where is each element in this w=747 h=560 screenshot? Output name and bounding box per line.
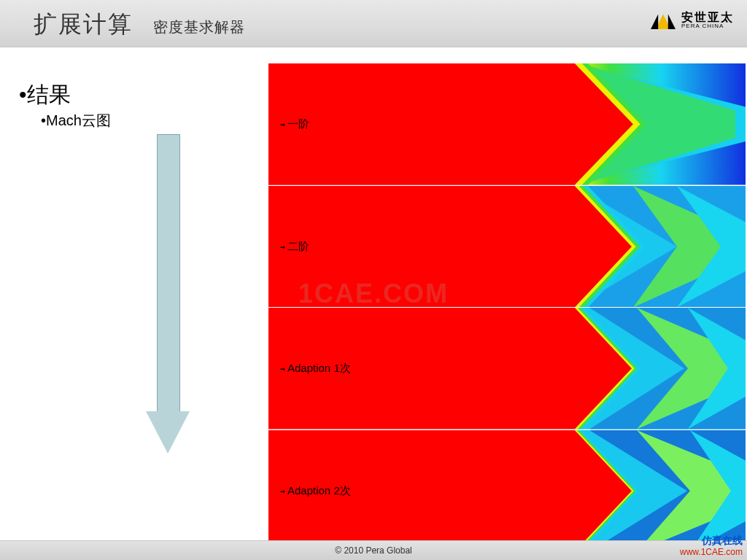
down-arrow-icon (146, 134, 190, 455)
contour-stack: 一阶 二阶 (268, 63, 746, 551)
brand-logo: 安世亚太 PERA CHINA (651, 10, 734, 31)
slide-title-sub: 密度基求解器 (153, 18, 245, 37)
corner-brand: 仿真在线 www.1CAE.com (680, 534, 743, 557)
contour-row-4: Adaption 2次 (268, 429, 746, 552)
contour-row-3: Adaption 1次 (268, 307, 746, 429)
slide-body: •结果 •Mach云图 一阶 二阶 (0, 47, 747, 541)
logo-text-cn: 安世亚太 (681, 12, 734, 23)
contour-svg-2 (268, 186, 746, 308)
bullet-results: •结果 (19, 80, 71, 110)
contour-label-4: Adaption 2次 (279, 483, 351, 497)
svg-marker-1 (651, 15, 658, 29)
corner-url: www.1CAE.com (680, 547, 743, 557)
contour-label-2: 二阶 (279, 239, 309, 253)
header-bar: 扩展计算 密度基求解器 安世亚太 PERA CHINA (0, 0, 747, 47)
contour-label-3: Adaption 1次 (279, 362, 351, 376)
contour-row-2: 二阶 (268, 185, 746, 308)
bullet-mach-contour: •Mach云图 (41, 111, 111, 131)
slide-title-main: 扩展计算 (34, 9, 133, 41)
contour-row-1: 一阶 (268, 63, 746, 185)
contour-svg-1 (268, 63, 746, 185)
svg-marker-2 (668, 15, 676, 29)
copyright-text: © 2010 Pera Global (335, 545, 412, 556)
logo-triangle-icon (651, 10, 676, 31)
logo-text-en: PERA CHINA (681, 23, 734, 29)
footer-bar: © 2010 Pera Global (0, 540, 747, 560)
corner-cn: 仿真在线 (680, 534, 743, 547)
svg-marker-7 (268, 63, 633, 185)
svg-marker-14 (268, 186, 632, 308)
contour-label-1: 一阶 (279, 117, 309, 131)
